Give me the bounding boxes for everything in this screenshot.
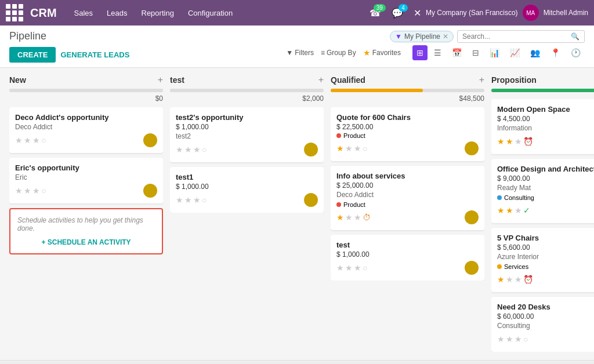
bar-chart-icon[interactable]: 📊 [486,45,504,60]
card[interactable]: Modern Open Space$ 4,500.00Information ★… [491,99,594,154]
filters-link[interactable]: ▼ Filters [286,49,314,57]
map-view-icon[interactable]: 📍 [546,45,564,60]
user-avatar[interactable]: MA [523,5,539,21]
star-0[interactable]: ★ [176,195,183,205]
col-add-2[interactable]: + [479,75,484,85]
remove-filter-icon[interactable]: ✕ [443,32,448,41]
star-1[interactable]: ★ [24,136,31,145]
group-by-link[interactable]: ≡ Group By [321,49,356,57]
card-stars: ★★★○ [176,195,207,205]
star-0[interactable]: ★ [336,263,344,272]
chat-icon[interactable]: 💬 4 [392,8,403,19]
col-progress-1 [170,89,324,92]
star-2[interactable]: ★ [515,334,522,344]
card-avatar [465,210,479,224]
horizontal-scrollbar[interactable] [0,360,594,364]
star-2[interactable]: ★ [32,136,40,145]
card[interactable]: Deco Addict's opportunityDeco Addict ★★★… [9,107,163,153]
star-1[interactable]: ★ [184,145,192,154]
schedule-text: Schedule activities to help you get thin… [17,216,143,232]
star-2[interactable]: ★ [354,144,361,153]
col-amount-0: $0 [9,94,163,103]
star-1[interactable]: ★ [24,186,31,195]
star-0[interactable]: ★ [497,334,505,344]
menu-configuration[interactable]: Configuration [182,6,238,20]
app-switcher[interactable] [6,4,23,21]
subheader-actions: CREATE GENERATE LEADS [9,47,129,67]
star-2[interactable]: ★ [354,263,361,272]
star-0[interactable]: ★ [497,206,505,215]
star-1[interactable]: ★ [506,206,513,215]
col-add-1[interactable]: + [318,75,324,85]
star-0[interactable]: ★ [15,186,23,195]
activity-icon-red: ⏰ [523,275,533,284]
search-input[interactable] [462,32,571,41]
star-2[interactable]: ★ [193,195,201,205]
menu-sales[interactable]: Sales [68,6,99,20]
card[interactable]: test1$ 1,000.00 ★★★○ [170,167,324,213]
menu-reporting[interactable]: Reporting [136,6,180,20]
star-0[interactable]: ★ [176,145,183,154]
col-title-3: Proposition [491,75,537,85]
favorites-link[interactable]: ★ Favorites [363,48,401,57]
generate-leads-button[interactable]: GENERATE LEADS [60,50,129,59]
card-price: $ 1,000.00 [176,183,318,191]
card-title: Need 20 Desks [497,303,594,311]
star-1[interactable]: ★ [345,213,353,222]
card-subtitle: Deco Addict [15,123,157,131]
card[interactable]: Quote for 600 Chairs$ 22,500.00Product ★… [331,107,484,161]
search-icon: 🔍 [571,32,579,41]
star-0[interactable]: ★ [497,275,505,284]
card-subtitle: test2 [176,132,318,140]
star-0[interactable]: ★ [336,213,344,222]
line-chart-icon[interactable]: 📈 [506,45,524,60]
card[interactable]: test2's opportunity$ 1,000.00test2 ★★★○ [170,107,324,162]
calendar-view-icon[interactable]: 📅 [448,45,466,60]
card-subtitle: Consulting [497,322,594,330]
menu-leads[interactable]: Leads [101,6,133,20]
wrench-icon[interactable]: ✕ [414,8,421,19]
card[interactable]: test$ 1,000.00 ★★★○ [331,235,484,281]
star-0[interactable]: ★ [15,136,23,145]
star-1[interactable]: ★ [345,263,353,272]
card[interactable]: Need 20 Desks$ 60,000.00Consulting ★★★○ [491,297,594,352]
card[interactable]: Office Design and Architecture$ 9,000.00… [491,159,594,223]
card[interactable]: Eric's opportunityEric ★★★○ [9,158,163,203]
people-view-icon[interactable]: 👥 [526,45,544,60]
card-subtitle: Eric [15,173,157,181]
card-footer: ★★★✓ [497,203,594,217]
search-box[interactable]: 🔍 [457,30,585,43]
star-2[interactable]: ★ [32,186,40,195]
kanban-view-icon[interactable]: ⊞ [412,45,428,60]
card[interactable]: 5 VP Chairs$ 5,600.00Azure InteriorServi… [491,228,594,292]
card-price: $ 9,000.00 [497,174,594,183]
active-filter-tag: ▼ My Pipeline ✕ [390,31,454,42]
star-2[interactable]: ★ [354,213,361,222]
star-2[interactable]: ★ [193,145,201,154]
col-cards-2: Quote for 600 Chairs$ 22,500.00Product ★… [331,107,484,281]
col-add-0[interactable]: + [158,75,163,85]
card-title: Deco Addict's opportunity [15,113,157,122]
star-1[interactable]: ★ [506,334,513,344]
star-0[interactable]: ★ [497,137,505,146]
card-stars: ★★★○ [176,145,207,154]
create-button[interactable]: CREATE [9,47,56,63]
star-0[interactable]: ★ [336,144,344,153]
phone-icon[interactable]: ☎ 39 [370,8,381,19]
card-subtitle: Information [497,124,594,132]
star-1[interactable]: ★ [506,137,513,146]
clock-view-icon[interactable]: 🕐 [567,45,585,60]
star-2[interactable]: ★ [515,206,522,215]
star-1[interactable]: ★ [345,144,353,153]
list-view-icon[interactable]: ☰ [430,45,446,60]
grid-view-icon[interactable]: ⊟ [468,45,483,60]
card-avatar [143,184,157,198]
star-1[interactable]: ★ [184,195,192,205]
card-stars: ★★★○ [15,186,46,195]
star-1[interactable]: ★ [506,275,513,284]
card[interactable]: Info about services$ 25,000.00Deco Addic… [331,166,484,230]
star-2[interactable]: ★ [515,275,522,284]
schedule-activity-link[interactable]: + SCHEDULE AN ACTIVITY [17,238,155,246]
star-2[interactable]: ★ [515,137,522,146]
card-title: 5 VP Chairs [497,234,594,242]
